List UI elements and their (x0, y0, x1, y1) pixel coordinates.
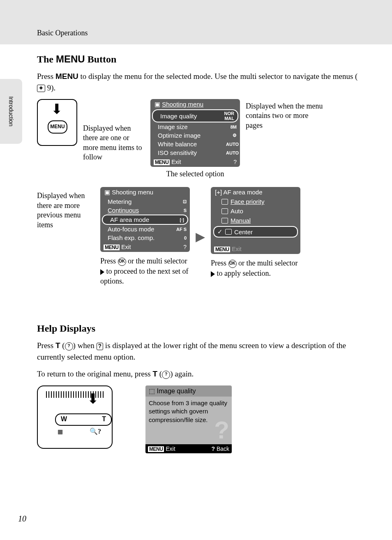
right-triangle-icon (211, 271, 215, 277)
center-icon (225, 229, 232, 235)
menu-item: ISO sensitivityAUTO (150, 148, 240, 157)
manual-page: Introduction Basic Operations The MENU B… (0, 0, 392, 540)
screen-af-area-mode: [+] AF area mode Face priority Auto Manu… (211, 187, 300, 254)
thumbnail-icon: ▦ (58, 428, 63, 435)
crossref-icon: ✦ (37, 85, 45, 92)
menu-item: Flash exp. comp.0 (100, 233, 190, 242)
screen-shooting-menu-2: ▣ Shooting menu Metering⊡ ContinuousS AF… (100, 187, 190, 252)
option: Face priority (211, 197, 300, 206)
annotation-prev: Displayed when there are more previous m… (37, 187, 95, 286)
help-illustration-row: ⬇ W T ▦ 🔍? ⬚ Image quality Choose from 3… (37, 385, 363, 453)
ok-button-icon: OK (118, 258, 126, 266)
option: Manual (211, 216, 300, 225)
screen-footer: MENU Exit? (100, 242, 190, 252)
face-priority-icon (221, 199, 228, 205)
menu-label-inline: MENU (56, 53, 85, 65)
caption-press-next: Press OK or the multi selector to procee… (100, 256, 190, 286)
page-number: 10 (18, 514, 26, 524)
screen-shooting-menu-1: ▣ Shooting menu Image qualityNOR MAL Ima… (150, 99, 240, 167)
side-tab-label: Introduction (8, 96, 14, 126)
section-heading-menu-button: The MENU Button (37, 53, 363, 65)
help-icon: ? (233, 159, 237, 165)
screen-title: ▣ Shooting menu (100, 187, 190, 197)
camera-illustration-2: ⬇ W T ▦ 🔍? (37, 385, 113, 449)
watermark-question-icon: ? (214, 413, 229, 447)
illustration-row-2: Displayed when there are more previous m… (37, 187, 363, 286)
arrow-down-icon: ⬇ (87, 392, 99, 406)
annotation-selected: The selected option (150, 169, 240, 179)
camera-mode-icon: ▣ (104, 189, 112, 196)
option-selected: ✓Center (213, 226, 298, 238)
zoom-rocker: W T (55, 413, 112, 426)
menu-item-selected: AF area mode[·] (102, 215, 188, 225)
right-triangle-icon (100, 269, 104, 275)
menu-item-selected: Image qualityNOR MAL (152, 109, 238, 122)
side-tab: Introduction (0, 79, 22, 144)
content: The MENU Button Press MENU to display th… (37, 25, 363, 453)
option: Auto (211, 206, 300, 216)
screen-title: ▣ Shooting menu (150, 99, 240, 109)
question-circle-icon: ? (162, 371, 170, 379)
help-icon: ? (183, 244, 187, 250)
menu-item: Optimize image⚙ (150, 131, 240, 140)
help-body-1: Press T (?) when ? is displayed at the l… (37, 340, 363, 362)
screen-footer: MENU Exit? (150, 157, 240, 167)
section-heading-help: Help Displays (37, 323, 363, 334)
help-title: ⬚ Image quality (145, 385, 232, 397)
arrow-right-icon: ▶ (196, 229, 205, 244)
help-body-2: To return to the original menu, press T … (37, 368, 363, 380)
menu-item: ContinuousS (100, 206, 190, 215)
menu-item: Image size8M (150, 122, 240, 131)
ok-button-icon: OK (228, 260, 237, 268)
question-box-icon: ? (97, 343, 104, 350)
screen-footer: MENU Exit (211, 244, 300, 254)
magnify-help-icon: 🔍? (90, 427, 101, 435)
help-description: Choose from 3 image quality settings whi… (145, 397, 232, 444)
caption-press-apply: Press OK or the multi selector to apply … (211, 258, 300, 278)
illustration-row-1: ⬇ MENU Displayed when there are one or m… (37, 99, 363, 179)
menu-item: Metering⊡ (100, 197, 190, 206)
annotation-scroll: Displayed when the menu contains two or … (246, 99, 324, 179)
camera-illustration-1: ⬇ MENU (37, 99, 77, 146)
screen-title: [+] AF area mode (211, 187, 300, 197)
annotation-follow: Displayed when there are one or more men… (83, 99, 145, 179)
menu-item: White balanceAUTO (150, 140, 240, 148)
manual-icon (221, 218, 228, 224)
menu-item: Auto-focus modeAF S (100, 225, 190, 233)
arrow-down-icon: ⬇ (51, 102, 62, 116)
section-body-1: Press MENU to display the menu for the s… (37, 71, 363, 93)
af-icon: [+] (215, 189, 223, 196)
camera-mode-icon: ▣ (154, 101, 162, 108)
zoom-tele: T (102, 414, 106, 425)
auto-icon (221, 208, 228, 214)
question-circle-icon: ? (65, 342, 73, 351)
quality-icon: ⬚ (149, 388, 157, 395)
camera-menu-button: MENU (48, 120, 67, 134)
help-screen: ⬚ Image quality Choose from 3 image qual… (145, 385, 232, 453)
zoom-wide: W (61, 414, 67, 425)
check-icon: ✓ (217, 228, 223, 235)
